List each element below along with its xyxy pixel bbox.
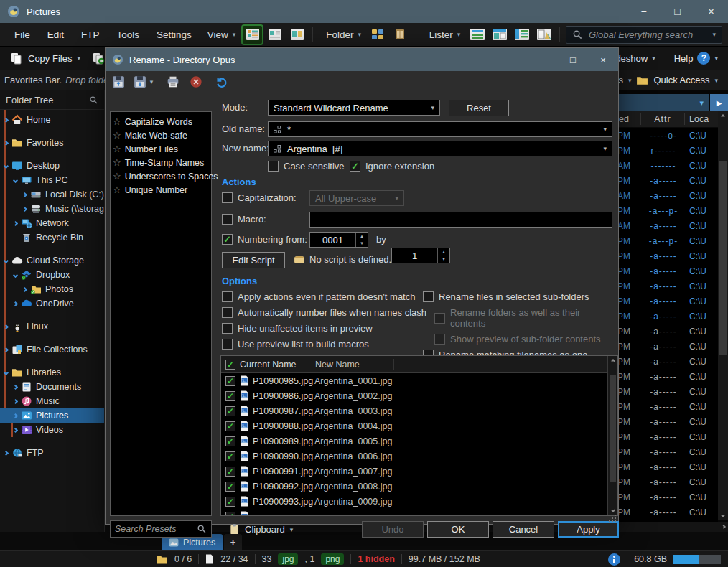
expand-icon[interactable] — [22, 206, 27, 211]
sidebar-item-libraries[interactable]: Libraries — [0, 365, 104, 380]
minimize-button[interactable]: − — [627, 0, 661, 23]
lister-viewer-icon[interactable] — [534, 26, 554, 44]
preview-row[interactable]: ✓ — [221, 509, 607, 515]
preset-item-make-web-safe[interactable]: ☆Make Web-safe — [113, 128, 209, 142]
sidebar-item-file-collections[interactable]: File Collections — [0, 342, 104, 357]
view-dropdown[interactable]: View ▾ — [207, 29, 236, 40]
copy-files-button[interactable]: Copy Files ▾ — [4, 52, 86, 65]
preview-row[interactable]: ✓P10900989.jpgArgentina_0005.jpg — [221, 434, 607, 449]
expand-icon[interactable] — [4, 324, 9, 329]
sidebar-item-documents[interactable]: Documents — [0, 380, 104, 394]
sidebar-item-local-disk-c[interactable]: Local Disk (C:) — [0, 187, 104, 202]
sidebar-item-this-pc[interactable]: This PC — [0, 173, 104, 187]
sidebar-item-desktop[interactable]: Desktop — [0, 159, 104, 173]
expand-icon[interactable] — [13, 427, 18, 432]
file-list-scrollbar[interactable] — [718, 111, 728, 520]
view-tiles-icon[interactable] — [265, 26, 284, 44]
sidebar-item-network[interactable]: Network — [0, 216, 104, 230]
slideshow-label[interactable]: deshow — [615, 53, 648, 64]
undo-button[interactable]: Undo — [362, 521, 424, 538]
menu-settings[interactable]: Settings — [148, 29, 200, 40]
lister-tree-icon[interactable] — [512, 26, 531, 44]
preview-scrollbar[interactable] — [607, 356, 617, 515]
sidebar-item-recycle-bin[interactable]: Recycle Bin — [0, 230, 104, 245]
expand-icon[interactable] — [13, 398, 18, 403]
sidebar-item-photos[interactable]: Photos — [0, 282, 104, 296]
dialog-minimize-button[interactable]: − — [528, 48, 558, 71]
lister-dual-vertical-icon[interactable] — [490, 26, 509, 44]
option-apply-actions-even-if-pattern-doesn-t-ma[interactable]: ✓Apply actions even if pattern doesn't m… — [222, 291, 426, 302]
view-details-icon[interactable] — [243, 26, 262, 44]
scrollbar-thumb[interactable] — [610, 375, 616, 482]
sidebar-item-pictures[interactable]: Pictures — [0, 408, 104, 423]
sidebar-item-ftp[interactable]: FTP — [0, 446, 104, 460]
ignore-extension-checkbox[interactable]: ✓ Ignore extension — [350, 161, 434, 172]
preset-item-time-stamp-names[interactable]: ☆Time-Stamp Names — [113, 156, 209, 169]
checkbox[interactable]: ✓ — [222, 339, 233, 350]
checkbox[interactable]: ✓ — [423, 291, 434, 302]
column-header-current-name[interactable]: Current Name — [240, 360, 309, 370]
case-sensitive-checkbox[interactable]: ✓ Case sensitive — [268, 161, 345, 172]
stepper-up-icon[interactable]: ▴ — [356, 233, 368, 240]
sidebar-item-favorites[interactable]: Favorites — [0, 136, 104, 150]
stepper-down-icon[interactable]: ▾ — [356, 240, 368, 247]
expand-icon[interactable] — [22, 286, 27, 291]
preview-row[interactable]: ✓P10900987.jpgArgentina_0003.jpg — [221, 403, 607, 418]
quick-access-button[interactable]: Quick Access — [653, 75, 709, 85]
row-checkbox[interactable]: ✓ — [221, 482, 240, 492]
save-preset-icon[interactable] — [131, 74, 149, 90]
row-checkbox[interactable]: ✓ — [221, 467, 240, 477]
preview-row[interactable]: ✓P10900986.jpgArgentina_0002.jpg — [221, 388, 607, 403]
expand-icon[interactable] — [13, 301, 18, 306]
expand-icon[interactable] — [13, 220, 18, 225]
row-checkbox[interactable]: ✓ — [221, 451, 240, 461]
scroll-up-icon[interactable] — [608, 356, 617, 366]
maximize-button[interactable]: □ — [661, 0, 694, 23]
dialog-close-button[interactable]: × — [588, 48, 618, 71]
menu-tools[interactable]: Tools — [108, 29, 149, 40]
option-use-preview-list-to-build-macros[interactable]: ✓Use preview list to build macros — [222, 339, 426, 350]
help-button[interactable]: Help — [674, 53, 694, 64]
option-hide-unaffected-items-in-preview[interactable]: ✓Hide unaffected items in preview — [222, 323, 426, 334]
preview-row[interactable]: ✓P10900991.jpgArgentina_0007.jpg — [221, 464, 607, 479]
preset-search-input[interactable]: Search Presets — [110, 520, 212, 538]
sidebar-item-dropbox[interactable]: Dropbox — [0, 268, 104, 282]
sidebar-item-home[interactable]: Home — [0, 113, 104, 127]
preset-item-number-files[interactable]: ☆Number Files — [113, 142, 209, 156]
caret-down-icon[interactable]: ▾ — [603, 145, 607, 152]
info-icon[interactable] — [608, 553, 620, 566]
column-header-location[interactable]: Loca — [685, 114, 718, 124]
collapse-icon[interactable] — [13, 177, 18, 182]
option-rename-files-in-selected-sub-folders[interactable]: ✓Rename files in selected sub-folders — [423, 291, 618, 302]
select-all-checkbox[interactable]: ✓ — [221, 360, 240, 370]
revert-icon[interactable] — [213, 74, 230, 90]
collapse-icon[interactable] — [13, 272, 18, 277]
row-checkbox[interactable]: ✓ — [221, 436, 240, 446]
stepper-down-icon[interactable]: ▾ — [438, 256, 449, 263]
cancel-button[interactable]: Cancel — [493, 521, 554, 538]
caret-down-icon[interactable]: ▾ — [603, 126, 607, 133]
sidebar-item-cloud-storage[interactable]: Cloud Storage — [0, 253, 104, 268]
expand-icon[interactable] — [4, 140, 9, 145]
favorites-right-fragment[interactable]: s — [618, 75, 623, 85]
row-checkbox[interactable]: ✓ — [221, 406, 240, 416]
macro-checkbox[interactable]: ✓ Macro: — [222, 214, 266, 225]
ok-button[interactable]: OK — [427, 521, 489, 538]
checkbox[interactable]: ✓ — [222, 323, 233, 334]
column-header-new-name[interactable]: New Name — [309, 360, 393, 370]
collapse-icon[interactable] — [4, 370, 9, 375]
help-question-icon[interactable]: ? — [697, 52, 710, 65]
expand-icon[interactable] — [13, 384, 18, 389]
collapse-icon[interactable] — [4, 258, 9, 263]
global-search-input[interactable]: Global Everything search ▾ — [566, 26, 722, 44]
scrollbar-thumb[interactable] — [719, 161, 727, 355]
folder-dropdown[interactable]: Folder ▾ — [326, 29, 361, 40]
apply-button[interactable]: Apply — [558, 521, 619, 538]
sidebar-item-music[interactable]: Music — [0, 394, 104, 408]
expand-icon[interactable] — [4, 347, 9, 352]
numbering-by-stepper[interactable]: 1 ▴▾ — [391, 248, 450, 263]
view-thumbnails-icon[interactable] — [287, 26, 307, 44]
close-button[interactable]: × — [694, 0, 728, 23]
tree-search-icon[interactable] — [89, 95, 98, 105]
load-preset-icon[interactable] — [110, 74, 127, 90]
